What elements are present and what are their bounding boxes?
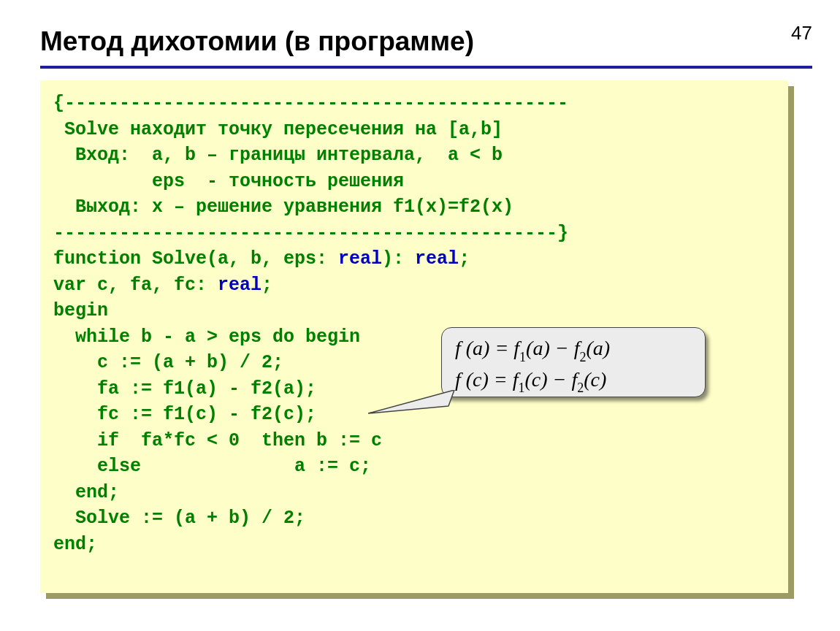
keyword-real: real	[218, 275, 261, 296]
formula-text: f (c) = f	[455, 368, 519, 391]
formula-line-1: f (a) = f1(a) − f2(a)	[455, 334, 692, 365]
code-block: {---------------------------------------…	[53, 91, 775, 557]
formula-text: f (a) = f	[455, 337, 519, 359]
code-text: ):	[382, 248, 415, 269]
code-line: function Solve(a, b, eps: real): real;	[53, 248, 470, 269]
formula-sub: 2	[579, 350, 586, 364]
formula-sub: 1	[519, 380, 525, 395]
formula-text: (a) − f	[526, 337, 579, 359]
code-text: ;	[459, 248, 470, 269]
code-line: else a := c;	[53, 456, 371, 477]
code-line: fa := f1(a) - f2(a);	[53, 378, 316, 399]
keyword-real: real	[338, 248, 382, 269]
code-line: Вход: a, b – границы интервала, a < b	[53, 145, 503, 166]
code-line: Solve := (a + b) / 2;	[53, 508, 305, 529]
code-line: eps - точность решения	[53, 171, 404, 192]
formula-line-2: f (c) = f1(c) − f2(c)	[455, 365, 692, 397]
keyword-real: real	[415, 248, 459, 269]
code-text: var c, fa, fc:	[53, 275, 218, 296]
code-line: Выход: x – решение уравнения f1(x)=f2(x)	[53, 196, 513, 218]
code-line: fc := f1(c) - f2(c);	[53, 404, 316, 425]
code-text: ;	[261, 275, 272, 296]
code-line: end;	[53, 534, 97, 555]
code-line: {---------------------------------------…	[53, 93, 568, 114]
slide: 47 Метод дихотомии (в программе) {------…	[0, 0, 840, 631]
formula-text: (a)	[586, 337, 610, 359]
code-text: function Solve(a, b, eps:	[53, 248, 338, 269]
slide-title: Метод дихотомии (в программе)	[40, 26, 474, 57]
code-line: Solve находит точку пересечения на [a,b]	[53, 119, 503, 140]
formula-text: (c)	[584, 368, 606, 391]
formula-callout: f (a) = f1(a) − f2(a) f (c) = f1(c) − f2…	[441, 327, 706, 397]
code-line: var c, fa, fc: real;	[53, 275, 272, 296]
code-line: if fa*fc < 0 then b := c	[53, 430, 382, 451]
code-line: c := (a + b) / 2;	[53, 352, 283, 373]
formula-text: (c) − f	[525, 368, 578, 391]
code-line: end;	[53, 482, 119, 503]
formula-sub: 1	[519, 350, 526, 364]
code-line: begin	[53, 300, 108, 321]
title-rule	[40, 66, 812, 69]
page-number: 47	[791, 22, 812, 45]
formula-sub: 2	[577, 380, 584, 395]
code-line: ----------------------------------------…	[53, 223, 568, 244]
code-line: while b - a > eps do begin	[53, 326, 360, 348]
